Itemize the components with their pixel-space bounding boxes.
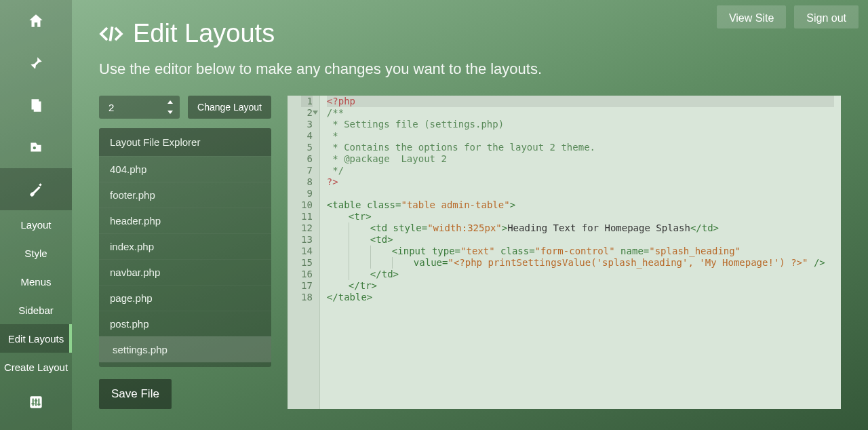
file-item[interactable]: 404.php [99, 156, 271, 182]
file-explorer-header: Layout File Explorer [99, 128, 271, 156]
brush-icon[interactable] [0, 168, 72, 210]
sidebar-item-style[interactable]: Style [0, 239, 72, 267]
sliders-icon[interactable] [0, 381, 72, 423]
file-item[interactable]: index.php [99, 233, 271, 259]
pages-icon[interactable] [0, 84, 72, 126]
svg-rect-3 [35, 399, 37, 406]
media-icon[interactable] [0, 126, 72, 168]
svg-line-8 [111, 26, 113, 41]
file-item[interactable]: settings.php [99, 336, 271, 362]
file-item[interactable]: sidebar.php [99, 362, 271, 367]
code-icon [99, 22, 123, 46]
svg-rect-7 [37, 404, 40, 405]
change-layout-button[interactable]: Change Layout [188, 96, 271, 119]
pin-icon[interactable] [0, 42, 72, 84]
editor-gutter: 123456789101112131415161718 [288, 96, 320, 409]
main-content: View Site Sign out Edit Layouts Use the … [72, 0, 868, 430]
file-explorer: Layout File Explorer 404.phpfooter.phphe… [99, 128, 271, 367]
sidebar: LayoutStyleMenusSidebarEdit LayoutsCreat… [0, 0, 72, 430]
svg-rect-2 [33, 399, 34, 406]
editor-code[interactable]: <?php/** * Settings file (settings.php) … [320, 96, 841, 409]
file-item[interactable]: navbar.php [99, 259, 271, 285]
page-title-text: Edit Layouts [133, 19, 275, 48]
code-editor[interactable]: 123456789101112131415161718 <?php/** * S… [288, 96, 841, 409]
svg-point-0 [33, 146, 36, 149]
view-site-button[interactable]: View Site [717, 5, 786, 28]
sign-out-button[interactable]: Sign out [794, 5, 859, 28]
layout-select-value: 2 [108, 102, 114, 113]
sidebar-item-create-layout[interactable]: Create Layout [0, 353, 72, 381]
file-item[interactable]: header.php [99, 208, 271, 233]
page-subtitle: Use the editor below to make any changes… [99, 60, 841, 78]
home-icon[interactable] [0, 0, 72, 42]
file-item[interactable]: page.php [99, 285, 271, 311]
svg-rect-6 [35, 400, 37, 402]
svg-rect-5 [32, 403, 35, 404]
sidebar-item-edit-layouts[interactable]: Edit Layouts [0, 324, 72, 353]
save-file-button[interactable]: Save File [99, 379, 172, 409]
sidebar-item-layout[interactable]: Layout [0, 210, 72, 239]
sidebar-item-sidebar[interactable]: Sidebar [0, 296, 72, 324]
sidebar-item-menus[interactable]: Menus [0, 267, 72, 296]
layout-select[interactable]: 2 [99, 96, 180, 119]
file-item[interactable]: footer.php [99, 182, 271, 208]
file-item[interactable]: post.php [99, 311, 271, 336]
